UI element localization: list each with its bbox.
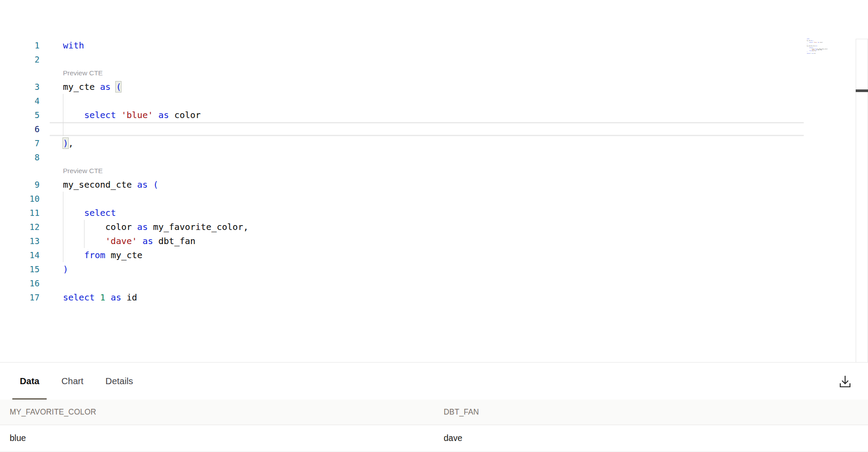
- line-number: 8: [0, 150, 40, 164]
- code-line[interactable]: 13 'dave' as dbt_fan: [0, 234, 868, 248]
- code-line[interactable]: 5 select 'blue' as color: [0, 108, 868, 122]
- code-line[interactable]: 11 select: [0, 206, 868, 220]
- code-line[interactable]: 4: [0, 94, 868, 108]
- results-tabbar: DataChartDetails: [0, 363, 868, 400]
- column-header: DBT_FAN: [434, 408, 868, 417]
- table-cell: dave: [434, 433, 868, 443]
- editor-minimap[interactable]: with my_cte as ( select 'blue' as color …: [807, 39, 851, 54]
- line-number: 17: [0, 290, 40, 304]
- line-number: 10: [0, 192, 40, 206]
- line-number: 5: [0, 108, 40, 122]
- line-number: 14: [0, 248, 40, 262]
- code-line[interactable]: 2: [0, 52, 868, 67]
- code-text: color as my_favorite_color,: [63, 220, 248, 234]
- pane-resize-handle[interactable]: [856, 89, 868, 92]
- results-panel: DataChartDetails MY_FAVORITE_COLORDBT_FA…: [0, 362, 868, 452]
- code-line[interactable]: 7),: [0, 136, 868, 150]
- code-line[interactable]: 3my_cte as (: [0, 80, 868, 94]
- code-line[interactable]: 10: [0, 192, 868, 206]
- code-area[interactable]: 1with2Preview CTE3my_cte as (45 select '…: [0, 38, 868, 304]
- code-text: select 1 as id: [63, 290, 137, 304]
- editor-right-strip: [856, 39, 868, 362]
- sql-ide-window: Query completed in 0.65s Environment: PR…: [0, 0, 868, 452]
- code-line[interactable]: 12 color as my_favorite_color,: [0, 220, 868, 234]
- line-number: 6: [0, 122, 40, 136]
- code-text: from my_cte: [63, 248, 143, 262]
- code-line[interactable]: 17select 1 as id: [0, 290, 868, 304]
- code-text: ),: [63, 136, 74, 150]
- code-text: 'dave' as dbt_fan: [63, 234, 195, 248]
- line-number: 3: [0, 80, 40, 94]
- preview-cte-widget[interactable]: Preview CTE: [0, 164, 868, 178]
- indent-guide: [63, 122, 63, 136]
- indent-guide: [63, 192, 63, 206]
- line-number: 7: [0, 136, 40, 150]
- line-number: 15: [0, 262, 40, 276]
- code-text: select 'blue' as color: [63, 108, 201, 122]
- preview-cte-label[interactable]: Preview CTE: [63, 67, 103, 80]
- code-text: my_cte as (: [63, 80, 121, 94]
- code-line[interactable]: 6: [0, 122, 868, 136]
- results-table-header: MY_FAVORITE_COLORDBT_FAN: [0, 400, 868, 425]
- download-icon[interactable]: [836, 373, 854, 391]
- code-line[interactable]: 16: [0, 276, 868, 290]
- sql-editor[interactable]: 1with2Preview CTE3my_cte as (45 select '…: [0, 0, 868, 362]
- tab-details[interactable]: Details: [98, 363, 141, 400]
- line-number: 13: [0, 234, 40, 248]
- indent-guide: [63, 94, 63, 108]
- tab-chart[interactable]: Chart: [54, 363, 91, 400]
- line-number: 12: [0, 220, 40, 234]
- line-number: 16: [0, 276, 40, 290]
- code-line[interactable]: 1with: [0, 38, 868, 52]
- results-table: MY_FAVORITE_COLORDBT_FAN bluedave: [0, 400, 868, 452]
- code-text: my_second_cte as (: [63, 178, 158, 192]
- table-cell: blue: [0, 433, 434, 443]
- code-line[interactable]: 15): [0, 262, 868, 276]
- preview-cte-widget[interactable]: Preview CTE: [0, 67, 868, 80]
- line-number: 1: [0, 38, 40, 52]
- line-number: 2: [0, 52, 40, 67]
- line-number: 11: [0, 206, 40, 220]
- tab-data[interactable]: Data: [12, 363, 47, 400]
- column-header: MY_FAVORITE_COLOR: [0, 408, 434, 417]
- line-number: 9: [0, 178, 40, 192]
- code-text: with: [63, 38, 84, 52]
- active-line-highlight: [50, 122, 804, 136]
- code-line[interactable]: 8: [0, 150, 868, 164]
- table-row[interactable]: bluedave: [0, 425, 868, 452]
- results-table-body: bluedave: [0, 425, 868, 452]
- line-number: 4: [0, 94, 40, 108]
- code-text: ): [63, 262, 68, 276]
- code-text: select: [63, 206, 116, 220]
- code-line[interactable]: 14 from my_cte: [0, 248, 868, 262]
- preview-cte-label[interactable]: Preview CTE: [63, 164, 103, 178]
- code-line[interactable]: 9my_second_cte as (: [0, 178, 868, 192]
